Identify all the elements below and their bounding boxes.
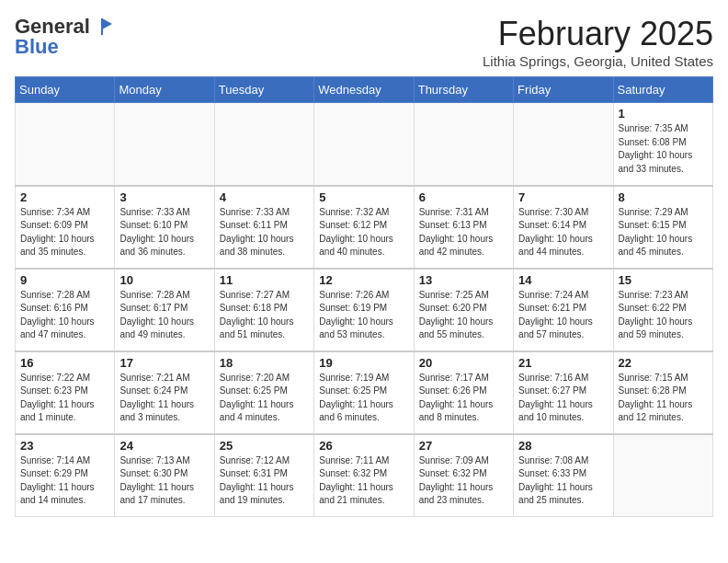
location-subtitle: Lithia Springs, Georgia, United States (483, 53, 713, 69)
day-info: Sunrise: 7:28 AM Sunset: 6:17 PM Dayligh… (119, 289, 209, 342)
day-info: Sunrise: 7:11 AM Sunset: 6:32 PM Dayligh… (319, 454, 408, 508)
day-number: 26 (319, 439, 408, 453)
calendar-day: 11Sunrise: 7:27 AM Sunset: 6:18 PM Dayli… (214, 269, 313, 351)
calendar-day: 26Sunrise: 7:11 AM Sunset: 6:32 PM Dayli… (314, 434, 414, 517)
day-info: Sunrise: 7:26 AM Sunset: 6:19 PM Dayligh… (319, 289, 408, 342)
day-number: 4 (220, 190, 309, 204)
calendar-day: 15Sunrise: 7:23 AM Sunset: 6:22 PM Dayli… (613, 269, 712, 351)
calendar-day: 22Sunrise: 7:15 AM Sunset: 6:28 PM Dayli… (613, 351, 712, 434)
day-number: 21 (518, 356, 608, 370)
week-row-1: 1Sunrise: 7:35 AM Sunset: 6:08 PM Daylig… (16, 103, 713, 186)
calendar-day: 14Sunrise: 7:24 AM Sunset: 6:21 PM Dayli… (514, 269, 613, 351)
day-number: 25 (220, 439, 309, 453)
day-info: Sunrise: 7:33 AM Sunset: 6:10 PM Dayligh… (119, 206, 209, 259)
week-row-5: 23Sunrise: 7:14 AM Sunset: 6:29 PM Dayli… (16, 434, 713, 517)
calendar-day: 20Sunrise: 7:17 AM Sunset: 6:26 PM Dayli… (414, 351, 513, 434)
calendar-day: 16Sunrise: 7:22 AM Sunset: 6:23 PM Dayli… (16, 351, 115, 434)
day-info: Sunrise: 7:29 AM Sunset: 6:15 PM Dayligh… (619, 206, 708, 259)
weekday-header-thursday: Thursday (414, 77, 513, 103)
calendar-day: 27Sunrise: 7:09 AM Sunset: 6:32 PM Dayli… (414, 434, 513, 517)
day-info: Sunrise: 7:21 AM Sunset: 6:24 PM Dayligh… (119, 372, 209, 425)
day-number: 16 (20, 356, 109, 370)
calendar-day (16, 103, 115, 186)
day-number: 24 (119, 439, 209, 453)
day-number: 18 (220, 356, 309, 370)
day-number: 28 (518, 439, 608, 453)
day-info: Sunrise: 7:14 AM Sunset: 6:29 PM Dayligh… (20, 454, 109, 508)
weekday-header-row: SundayMondayTuesdayWednesdayThursdayFrid… (16, 77, 713, 103)
calendar-day: 18Sunrise: 7:20 AM Sunset: 6:25 PM Dayli… (214, 351, 313, 434)
calendar-day: 6Sunrise: 7:31 AM Sunset: 6:13 PM Daylig… (414, 186, 513, 269)
day-number: 22 (619, 356, 708, 370)
month-title: February 2025 (483, 15, 713, 53)
day-number: 15 (619, 273, 708, 287)
title-area: February 2025 Lithia Springs, Georgia, U… (483, 15, 713, 69)
calendar-table: SundayMondayTuesdayWednesdayThursdayFrid… (15, 76, 713, 517)
day-info: Sunrise: 7:35 AM Sunset: 6:08 PM Dayligh… (619, 122, 708, 176)
weekday-header-sunday: Sunday (16, 77, 115, 103)
day-info: Sunrise: 7:17 AM Sunset: 6:26 PM Dayligh… (419, 372, 508, 425)
calendar-day: 7Sunrise: 7:30 AM Sunset: 6:14 PM Daylig… (514, 186, 613, 269)
calendar-day: 25Sunrise: 7:12 AM Sunset: 6:31 PM Dayli… (214, 434, 313, 517)
day-info: Sunrise: 7:28 AM Sunset: 6:16 PM Dayligh… (20, 289, 109, 342)
day-info: Sunrise: 7:33 AM Sunset: 6:11 PM Dayligh… (220, 206, 309, 259)
weekday-header-tuesday: Tuesday (214, 77, 313, 103)
day-number: 6 (419, 190, 508, 204)
day-info: Sunrise: 7:22 AM Sunset: 6:23 PM Dayligh… (20, 372, 109, 425)
day-info: Sunrise: 7:32 AM Sunset: 6:12 PM Dayligh… (319, 206, 408, 259)
day-number: 7 (518, 190, 608, 204)
day-number: 11 (220, 273, 309, 287)
week-row-4: 16Sunrise: 7:22 AM Sunset: 6:23 PM Dayli… (16, 351, 713, 434)
day-number: 13 (419, 273, 508, 287)
calendar-day (613, 434, 712, 517)
day-info: Sunrise: 7:24 AM Sunset: 6:21 PM Dayligh… (518, 289, 608, 342)
calendar-day: 23Sunrise: 7:14 AM Sunset: 6:29 PM Dayli… (16, 434, 115, 517)
page-header: General Blue February 2025 Lithia Spring… (15, 15, 713, 69)
weekday-header-saturday: Saturday (613, 77, 712, 103)
day-number: 9 (20, 273, 109, 287)
day-number: 23 (20, 439, 109, 453)
weekday-header-friday: Friday (514, 77, 613, 103)
logo-flag-icon (92, 17, 112, 37)
day-info: Sunrise: 7:34 AM Sunset: 6:09 PM Dayligh… (20, 206, 109, 259)
calendar-day: 21Sunrise: 7:16 AM Sunset: 6:27 PM Dayli… (514, 351, 613, 434)
calendar-day: 13Sunrise: 7:25 AM Sunset: 6:20 PM Dayli… (414, 269, 513, 351)
day-number: 3 (119, 190, 209, 204)
logo-blue-text: Blue (15, 35, 59, 59)
day-number: 10 (119, 273, 209, 287)
calendar-day: 1Sunrise: 7:35 AM Sunset: 6:08 PM Daylig… (613, 103, 712, 186)
calendar-day: 12Sunrise: 7:26 AM Sunset: 6:19 PM Dayli… (314, 269, 414, 351)
svg-marker-0 (102, 18, 112, 29)
day-number: 12 (319, 273, 408, 287)
svg-rect-1 (101, 18, 103, 35)
day-info: Sunrise: 7:15 AM Sunset: 6:28 PM Dayligh… (619, 372, 708, 425)
calendar-day: 9Sunrise: 7:28 AM Sunset: 6:16 PM Daylig… (16, 269, 115, 351)
day-number: 8 (619, 190, 708, 204)
calendar-day (414, 103, 513, 186)
calendar-day: 24Sunrise: 7:13 AM Sunset: 6:30 PM Dayli… (115, 434, 214, 517)
calendar-day: 3Sunrise: 7:33 AM Sunset: 6:10 PM Daylig… (115, 186, 214, 269)
day-info: Sunrise: 7:31 AM Sunset: 6:13 PM Dayligh… (419, 206, 508, 259)
calendar-day: 17Sunrise: 7:21 AM Sunset: 6:24 PM Dayli… (115, 351, 214, 434)
day-info: Sunrise: 7:12 AM Sunset: 6:31 PM Dayligh… (220, 454, 309, 508)
day-info: Sunrise: 7:30 AM Sunset: 6:14 PM Dayligh… (518, 206, 608, 259)
day-info: Sunrise: 7:08 AM Sunset: 6:33 PM Dayligh… (518, 454, 608, 508)
calendar-day: 5Sunrise: 7:32 AM Sunset: 6:12 PM Daylig… (314, 186, 414, 269)
calendar-day: 10Sunrise: 7:28 AM Sunset: 6:17 PM Dayli… (115, 269, 214, 351)
calendar-day (115, 103, 214, 186)
day-number: 20 (419, 356, 508, 370)
week-row-3: 9Sunrise: 7:28 AM Sunset: 6:16 PM Daylig… (16, 269, 713, 351)
calendar-day: 28Sunrise: 7:08 AM Sunset: 6:33 PM Dayli… (514, 434, 613, 517)
day-number: 1 (619, 107, 708, 121)
day-info: Sunrise: 7:20 AM Sunset: 6:25 PM Dayligh… (220, 372, 309, 425)
calendar-day (214, 103, 313, 186)
calendar-day: 2Sunrise: 7:34 AM Sunset: 6:09 PM Daylig… (16, 186, 115, 269)
day-info: Sunrise: 7:13 AM Sunset: 6:30 PM Dayligh… (119, 454, 209, 508)
calendar-day (314, 103, 414, 186)
logo: General Blue (15, 15, 112, 59)
day-number: 17 (119, 356, 209, 370)
calendar-day (514, 103, 613, 186)
day-number: 5 (319, 190, 408, 204)
day-info: Sunrise: 7:09 AM Sunset: 6:32 PM Dayligh… (419, 454, 508, 508)
weekday-header-wednesday: Wednesday (314, 77, 414, 103)
